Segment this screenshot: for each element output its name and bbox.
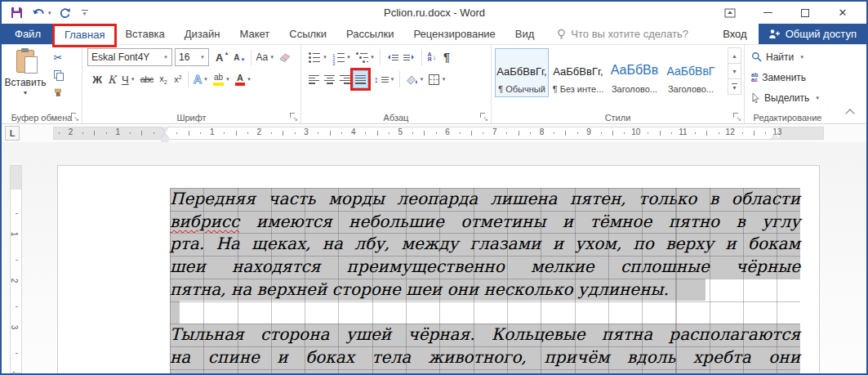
document-text-row[interactable]: шеи находятся преимущественно мелкие спл…	[170, 256, 800, 279]
font-name-combo[interactable]: Eskal Font4Y ▼	[87, 48, 172, 66]
style-card-normal[interactable]: АаБбВвГг, ¶ Обычный	[495, 48, 549, 97]
tab-review[interactable]: Рецензирование	[403, 24, 505, 44]
tab-insert[interactable]: Вставка	[115, 24, 174, 44]
clipboard-dialog-launcher[interactable]	[70, 112, 79, 121]
document-text-row[interactable]: Передняя часть морды леопарда лишена пят…	[170, 188, 800, 211]
styles-scroll-down[interactable]: ▼	[728, 63, 741, 79]
document-text-row[interactable]: Тыльная сторона ушей чёрная. Кольцевые п…	[170, 324, 800, 346]
ribbon-display-options-button[interactable]	[711, 2, 749, 24]
shrink-font-button[interactable]: А▼	[231, 48, 247, 66]
copy-button[interactable]	[51, 68, 65, 83]
shading-button[interactable]: ▼	[403, 70, 426, 88]
sort-button[interactable]: АЯ ↓	[425, 48, 439, 66]
bold-button[interactable]: Ж	[90, 70, 105, 88]
maximize-button[interactable]	[786, 2, 824, 24]
find-label: Найти	[766, 51, 794, 63]
show-paragraph-marks-button[interactable]: ¶	[439, 48, 454, 66]
numbering-button[interactable]: ▼	[330, 48, 354, 66]
undo-button[interactable]	[30, 4, 47, 22]
line-spacing-button[interactable]: ↕▼	[372, 70, 397, 88]
align-center-button[interactable]	[322, 70, 337, 88]
redo-button[interactable]	[57, 4, 73, 22]
ruler-number: 9	[586, 127, 591, 136]
document-text-row[interactable]: пятна, на верхней стороне шеи они нескол…	[170, 279, 800, 301]
tab-layout[interactable]: Макет	[229, 24, 279, 44]
justify-button[interactable]	[353, 70, 368, 88]
save-button[interactable]	[8, 4, 24, 22]
subscript-button[interactable]: x2	[156, 70, 171, 88]
tab-mailings[interactable]: Рассылки	[336, 24, 403, 44]
cut-button[interactable]: ✂	[51, 50, 65, 65]
horizontal-ruler[interactable]: 1234567891011121312	[53, 127, 824, 140]
paste-button[interactable]: Вставить ▼	[6, 48, 45, 107]
document-text-row[interactable]: рта. На щеках, на лбу, между глазами и у…	[170, 233, 800, 256]
close-button[interactable]: ✕	[824, 2, 861, 24]
ruler-number: 1	[10, 232, 19, 237]
font-dialog-launcher[interactable]	[289, 112, 298, 121]
vertical-ruler[interactable]: 1234	[10, 165, 22, 373]
tab-design[interactable]: Дизайн	[175, 24, 230, 44]
indent-markers[interactable]	[161, 127, 169, 142]
multilevel-list-button[interactable]: ▼	[354, 48, 377, 66]
italic-button[interactable]: К	[105, 70, 119, 88]
clear-formatting-button[interactable]	[277, 48, 293, 66]
decrease-indent-button[interactable]	[383, 48, 401, 66]
document-line: Передняя часть морды леопарда лишена пят…	[170, 188, 800, 211]
strikethrough-button[interactable]: abc	[138, 70, 156, 88]
customize-qat-button[interactable]: ▾	[79, 4, 91, 22]
find-caret: ▼	[799, 55, 804, 60]
borders-button[interactable]: ▼	[426, 70, 448, 88]
text-effects-button[interactable]: А▼	[191, 70, 211, 88]
document-partial-row[interactable]	[170, 369, 800, 374]
increase-indent-button[interactable]	[401, 48, 419, 66]
minimize-button[interactable]	[749, 2, 786, 24]
bullets-button[interactable]: ▼	[306, 48, 330, 66]
collapse-ribbon-button[interactable]	[845, 109, 854, 118]
select-button[interactable]: Выделить ▼	[745, 87, 830, 108]
share-button[interactable]: Общий доступ	[759, 24, 866, 44]
replace-button[interactable]: ab ac Заменить	[745, 67, 830, 87]
styles-scroll-up[interactable]: ▲	[728, 47, 741, 64]
styles-scrollbar: ▲ ▼ ▼	[728, 48, 741, 95]
undo-dropdown-caret[interactable]: ▾	[48, 10, 51, 16]
find-button[interactable]: Найти ▼	[745, 47, 830, 67]
right-indent-marker[interactable]	[771, 134, 779, 139]
document-empty-row[interactable]	[170, 301, 800, 324]
tab-stop-selector[interactable]: L	[5, 126, 20, 141]
ruler-tick	[754, 131, 754, 136]
format-painter-button[interactable]	[51, 86, 65, 100]
style-card-no-spacing[interactable]: АаБбВвГг, ¶ Без инте...	[551, 48, 605, 97]
paragraph-dialog-launcher[interactable]	[479, 112, 488, 121]
ruler-number: 2	[257, 127, 262, 136]
ruler-tick	[236, 131, 237, 136]
style-card-heading1[interactable]: АаБбВв Заголово...	[608, 48, 661, 97]
styles-gallery-more[interactable]: ▼	[728, 78, 741, 95]
sign-in-button[interactable]: Вход	[711, 24, 758, 44]
font-color-button[interactable]: А▼	[233, 70, 254, 88]
align-center-icon	[324, 75, 335, 84]
change-case-button[interactable]: Aa▼	[254, 48, 278, 66]
underline-button[interactable]: Ч▼	[119, 70, 138, 88]
align-right-button[interactable]	[337, 70, 353, 88]
align-left-button[interactable]	[306, 70, 322, 88]
superscript-button[interactable]: x2	[171, 70, 185, 88]
tell-me-box[interactable]: Что вы хотите сделать?	[557, 24, 688, 44]
document-text-row[interactable]: на спине и боках тела животного, причём …	[170, 346, 800, 369]
style-card-heading2[interactable]: АаБбВвГ Заголово...	[664, 48, 718, 97]
ruler-tick	[16, 306, 18, 307]
window-title: Pclion.ru.docx - Word	[271, 2, 598, 24]
window-controls: ✕	[711, 2, 861, 24]
tab-references[interactable]: Ссылки	[279, 24, 336, 44]
tab-view[interactable]: Вид	[505, 24, 545, 44]
ruler-tick	[59, 132, 60, 134]
ruler-tick	[554, 132, 554, 134]
tab-file[interactable]: Файл	[2, 24, 54, 44]
document-area: 1234 Передняя часть морды леопарда лишен…	[2, 142, 866, 373]
tab-home[interactable]: Главная	[54, 24, 115, 44]
styles-dialog-launcher[interactable]	[732, 112, 741, 121]
document-page[interactable]: Передняя часть морды леопарда лишена пят…	[57, 165, 820, 373]
text-highlight-button[interactable]: ab▼	[211, 70, 233, 88]
grow-font-button[interactable]: А▲	[213, 48, 231, 66]
document-text-row[interactable]: вибрисс имеются небольшие отметины и тём…	[170, 211, 800, 234]
font-size-combo[interactable]: 16 ▼	[175, 48, 209, 66]
